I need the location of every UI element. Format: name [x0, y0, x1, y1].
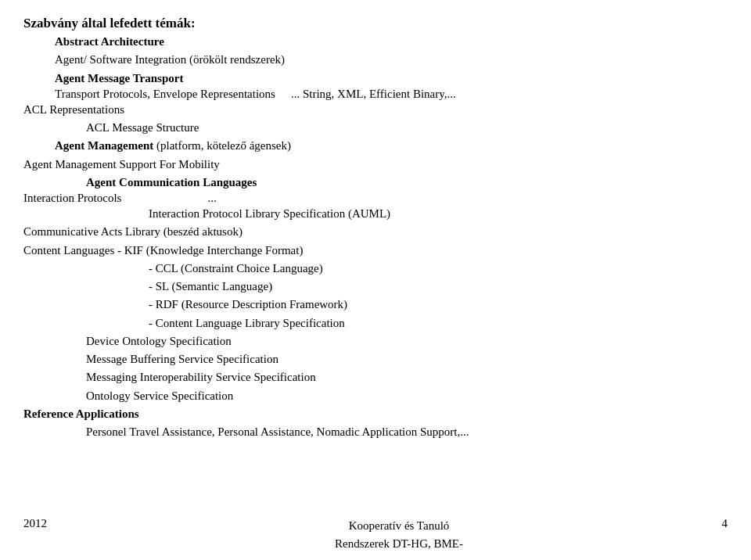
line-agent-message-transport: Agent Message Transport: [23, 70, 728, 88]
line-message-buffering: Message Buffering Service Specification: [23, 350, 728, 368]
line-content-languages: Content Languages - KIF (Knowledge Inter…: [23, 242, 728, 260]
line-communicative-acts: Communicative Acts Library (beszéd aktus…: [23, 223, 728, 241]
footer: 2012 Kooperatív és Tanuló Rendszerek DT-…: [0, 509, 751, 560]
line-acl-message-structure: ACL Message Structure: [23, 119, 728, 137]
footer-page: 4: [681, 517, 728, 530]
line-transport-protocols: Transport Protocols, Envelope Representa…: [23, 88, 728, 101]
line-agent-management: Agent Management (platform, kötelező áge…: [23, 137, 728, 155]
section-title: Szabvány által lefedett témák:: [23, 16, 728, 31]
line-sl: - SL (Semantic Language): [23, 278, 728, 296]
interaction-protocols-left: Interaction Protocols: [23, 192, 121, 205]
line-agent-communication: Agent Communication Languages: [23, 174, 728, 192]
main-content: Szabvány által lefedett témák: Abstract …: [23, 16, 728, 441]
footer-center-line2: Rendszerek DT-HG, BME-: [117, 535, 681, 553]
footer-center: Kooperatív és Tanuló Rendszerek DT-HG, B…: [117, 517, 681, 552]
line-ccl: - CCL (Constraint Choice Language): [23, 260, 728, 278]
line-rdf: - RDF (Resource Description Framework): [23, 296, 728, 314]
line-agent-management-support: Agent Management Support For Mobility: [23, 156, 728, 174]
line-acl-representations: ACL Representations: [23, 101, 728, 119]
transport-protocols-left: Transport Protocols, Envelope Representa…: [23, 88, 275, 101]
line-device-ontology: Device Ontology Specification: [23, 332, 728, 350]
line-personel-travel: Personel Travel Assistance, Personal Ass…: [23, 423, 728, 441]
agent-management-bold: Agent Management: [55, 139, 153, 152]
line-agent-software: Agent/ Software Integration (örökölt ren…: [23, 51, 728, 69]
transport-protocols-right: ... String, XML, Efficient Binary,...: [275, 88, 728, 101]
interaction-protocols-right: ...: [121, 192, 216, 205]
line-messaging-interop: Messaging Interoperability Service Speci…: [23, 368, 728, 386]
line-interaction-protocol-library: Interaction Protocol Library Specificati…: [23, 205, 728, 223]
footer-year: 2012: [23, 517, 117, 530]
line-content-lang-lib: - Content Language Library Specification: [23, 314, 728, 332]
line-ontology-service: Ontology Service Specification: [23, 387, 728, 405]
footer-center-line1: Kooperatív és Tanuló: [117, 517, 681, 535]
agent-management-normal: (platform, kötelező ágensek): [153, 139, 291, 152]
line-interaction-protocols: Interaction Protocols ...: [23, 192, 728, 205]
line-reference-applications: Reference Applications: [23, 405, 728, 423]
abstract-architecture: Abstract Architecture: [23, 33, 728, 51]
